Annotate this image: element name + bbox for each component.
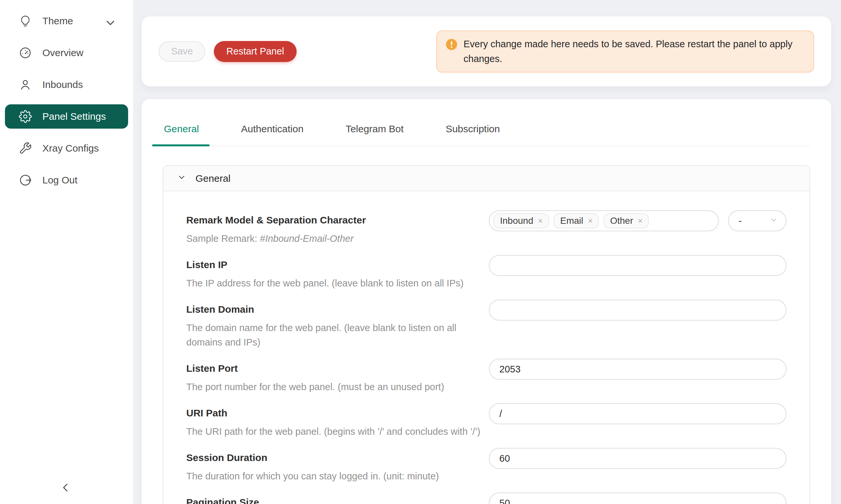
remark-model-tags-input[interactable]: Inbound Email (489, 210, 719, 231)
tag-email: Email (553, 213, 599, 228)
tag-label: Email (560, 216, 583, 226)
tab-subscription[interactable]: Subscription (445, 119, 501, 146)
sidebar-item-log-out[interactable]: Log Out (5, 168, 128, 192)
listen-ip-input[interactable] (489, 255, 787, 276)
field-row-uri-path: URI Path The URI path for the web panel.… (186, 405, 787, 439)
field-label: Listen Port (186, 362, 482, 375)
tag-inbound: Inbound (494, 213, 549, 228)
separator-select[interactable]: - (728, 210, 787, 231)
gear-icon (19, 110, 32, 123)
listen-port-input[interactable] (489, 359, 787, 380)
main-content: Save Restart Panel Every change made her… (133, 0, 841, 504)
field-label: Listen IP (186, 258, 482, 271)
save-button[interactable]: Save (159, 41, 205, 62)
field-label: Pagination Size (186, 496, 482, 504)
field-label: URI Path (186, 407, 482, 420)
alert-message: Every change made here needs to be saved… (464, 37, 799, 66)
panel-settings-card: General Authentication Telegram Bot Subs… (142, 99, 831, 504)
tag-label: Other (610, 216, 633, 226)
sidebar-item-label: Xray Configs (42, 143, 99, 154)
general-collapse-header[interactable]: General (163, 166, 809, 191)
toolbar-card: Save Restart Panel Every change made her… (142, 16, 831, 86)
user-icon (19, 78, 32, 91)
sidebar-item-theme[interactable]: Theme (5, 9, 128, 33)
settings-tabs: General Authentication Telegram Bot Subs… (162, 119, 810, 146)
sidebar-item-label: Panel Settings (42, 111, 106, 122)
tag-other: Other (603, 213, 649, 228)
field-row-pagination-size: Pagination Size (186, 494, 787, 504)
sidebar-collapse-button[interactable] (55, 480, 76, 497)
sidebar-item-label: Inbounds (42, 79, 83, 90)
field-description: The IP address for the web panel. (leave… (186, 276, 482, 290)
general-collapse-body: Remark Model & Separation Character Samp… (163, 191, 809, 504)
chevron-down-icon (769, 215, 778, 227)
close-icon[interactable] (587, 217, 594, 224)
field-description: The port number for the web panel. (must… (186, 380, 482, 394)
sidebar: Theme Overview Inbounds (0, 0, 133, 504)
chevron-down-icon (104, 16, 114, 26)
collapse-title: General (195, 173, 230, 184)
sidebar-item-inbounds[interactable]: Inbounds (5, 73, 128, 97)
dashboard-icon (19, 46, 32, 59)
chevron-down-icon (177, 173, 186, 184)
field-label: Session Duration (186, 451, 482, 464)
session-duration-input[interactable] (489, 448, 787, 469)
restart-panel-button[interactable]: Restart Panel (214, 41, 297, 62)
field-description: The duration for which you can stay logg… (186, 469, 482, 483)
sidebar-item-overview[interactable]: Overview (5, 41, 128, 65)
lightbulb-icon (19, 15, 32, 28)
field-row-listen-domain: Listen Domain The domain name for the we… (186, 302, 787, 349)
tab-authentication[interactable]: Authentication (240, 119, 305, 146)
sidebar-item-label: Log Out (42, 175, 78, 186)
sample-remark-prefix: Sample Remark: (186, 233, 260, 244)
tag-label: Inbound (500, 216, 533, 226)
field-row-remark-model: Remark Model & Separation Character Samp… (186, 212, 787, 246)
field-description: Sample Remark: #Inbound-Email-Other (186, 231, 482, 246)
sample-remark-value: #Inbound-Email-Other (260, 233, 354, 244)
chevron-left-icon (59, 481, 72, 495)
wrench-icon (19, 142, 32, 155)
field-description: The URI path for the web panel. (begins … (186, 424, 482, 439)
field-description: The domain name for the web panel. (leav… (186, 321, 482, 349)
field-row-listen-port: Listen Port The port number for the web … (186, 361, 787, 394)
uri-path-input[interactable] (489, 403, 787, 424)
sidebar-item-xray-configs[interactable]: Xray Configs (5, 136, 128, 160)
listen-domain-input[interactable] (489, 300, 787, 321)
close-icon[interactable] (537, 217, 544, 224)
sidebar-item-label: Overview (42, 47, 83, 58)
close-icon[interactable] (637, 217, 644, 224)
tab-telegram-bot[interactable]: Telegram Bot (344, 119, 405, 146)
pagination-size-input[interactable] (489, 492, 787, 504)
sidebar-nav: Theme Overview Inbounds (0, 0, 133, 192)
warning-icon (445, 38, 458, 51)
tab-general[interactable]: General (162, 119, 201, 146)
field-label: Listen Domain (186, 303, 482, 316)
sidebar-item-label: Theme (42, 15, 73, 26)
separator-value: - (738, 215, 742, 227)
restart-warning-alert: Every change made here needs to be saved… (436, 31, 814, 73)
field-label: Remark Model & Separation Character (186, 214, 482, 227)
field-row-session-duration: Session Duration The duration for which … (186, 450, 787, 483)
field-row-listen-ip: Listen IP The IP address for the web pan… (186, 257, 787, 290)
general-collapse-panel: General Remark Model & Separation Charac… (162, 165, 810, 504)
sidebar-item-panel-settings[interactable]: Panel Settings (5, 104, 128, 129)
logout-icon (19, 174, 32, 187)
